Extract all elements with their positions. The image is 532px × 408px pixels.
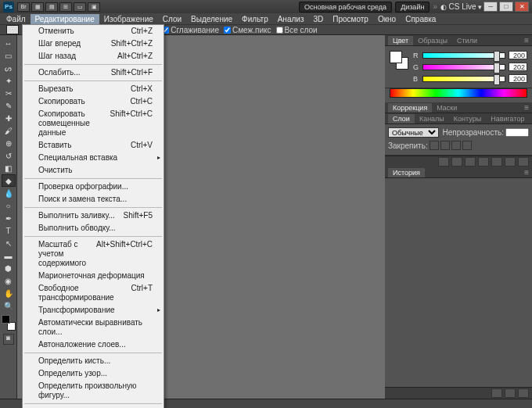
layer-opacity-input[interactable]	[505, 128, 529, 137]
cslive-label[interactable]: ◐ CS Live ▾	[440, 2, 482, 11]
path-tool[interactable]: ↖	[2, 237, 16, 249]
menu-item[interactable]: СкопироватьCtrl+C	[23, 95, 164, 108]
lasso-tool[interactable]: ᔕ	[2, 62, 16, 74]
antialias-check[interactable]: Сглаживание	[162, 26, 219, 34]
type-tool[interactable]: T	[2, 224, 16, 237]
menu-item[interactable]: Определить произвольную фигуру...	[23, 380, 164, 402]
shape-tool[interactable]: ▬	[2, 249, 16, 262]
pen-tool[interactable]: ✒	[2, 212, 16, 224]
menu-item[interactable]: Автоматически выравнивать слои...	[23, 317, 164, 338]
eyedropper-tool[interactable]: ✎	[2, 99, 16, 112]
menu-item[interactable]: ОтменитьCtrl+Z	[23, 25, 164, 38]
menu-filter[interactable]: Фильтр	[237, 14, 273, 24]
bridge-icon[interactable]: Br	[17, 2, 30, 12]
tab-swatches[interactable]: Образцы	[413, 36, 452, 45]
alllayers-check[interactable]: Все слои	[276, 26, 318, 34]
window-maximize[interactable]: □	[499, 2, 513, 12]
menu-help[interactable]: Справка	[401, 14, 440, 24]
r-slider[interactable]	[422, 52, 505, 59]
g-value[interactable]: 202	[509, 63, 527, 71]
menu-item[interactable]: Выполнить обводку...	[23, 222, 164, 234]
menu-item[interactable]: Специальная вставка	[23, 152, 164, 164]
panel-menu-icon[interactable]: ≡	[521, 36, 532, 45]
window-close[interactable]: ✕	[515, 2, 529, 12]
design-pill[interactable]: Дизайн	[395, 2, 430, 13]
menu-item[interactable]: ВставитьCtrl+V	[23, 139, 164, 152]
r-value[interactable]: 200	[509, 51, 527, 59]
quickmask-toggle[interactable]: ◙	[3, 334, 14, 345]
trash-icon[interactable]	[518, 157, 529, 166]
menu-item[interactable]: Определить кисть...	[23, 355, 164, 367]
tab-navigator[interactable]: Навигатор	[486, 114, 529, 123]
tab-masks[interactable]: Маски	[432, 103, 462, 113]
color-swatch[interactable]	[390, 51, 408, 70]
menu-item[interactable]: Ослабить...Shift+Ctrl+F	[23, 66, 164, 79]
tab-history[interactable]: История	[388, 168, 425, 177]
3dcam-tool[interactable]: ◉	[2, 274, 16, 287]
menu-item[interactable]: Выполнить заливку...Shift+F5	[23, 209, 164, 222]
dodge-tool[interactable]: ○	[2, 199, 16, 212]
arrange-icon[interactable]: ▭	[74, 2, 86, 12]
group-icon[interactable]	[491, 157, 502, 166]
menu-item[interactable]: Шаг назадAlt+Ctrl+Z	[23, 50, 164, 63]
menu-item[interactable]: Трансформирование	[23, 304, 164, 317]
tab-channels[interactable]: Каналы	[415, 114, 449, 123]
link-icon[interactable]	[438, 157, 449, 166]
menu-3d[interactable]: 3D	[308, 14, 328, 24]
menu-item[interactable]: Свободное трансформированиеCtrl+T	[23, 282, 164, 304]
tab-adjustments[interactable]: Коррекция	[388, 103, 432, 113]
menu-item[interactable]: Шаг впередShift+Ctrl+Z	[23, 38, 164, 50]
fx-icon[interactable]	[451, 157, 462, 166]
marquee-tool[interactable]: ▭	[2, 49, 16, 62]
minibridge-icon[interactable]: ▦	[31, 2, 44, 12]
fg-bg-colors[interactable]	[2, 315, 16, 331]
menu-item[interactable]: Очистить	[23, 164, 164, 177]
history-brush-tool[interactable]: ↺	[2, 149, 16, 162]
menu-item[interactable]: ВырезатьCtrl+X	[23, 83, 164, 95]
3d-tool[interactable]: ⬢	[2, 262, 16, 274]
menu-item[interactable]: Проверка орфографии...	[23, 181, 164, 193]
contiguous-check[interactable]: Смеж.пикс	[224, 26, 271, 34]
heal-tool[interactable]: ✚	[2, 112, 16, 124]
zoom-tool[interactable]: 🔍	[2, 299, 16, 312]
screenmode-icon[interactable]: ▣	[88, 2, 100, 12]
panel-menu-icon[interactable]: ≡	[521, 103, 532, 112]
adjust-icon[interactable]	[478, 157, 489, 166]
blur-tool[interactable]: 💧	[2, 187, 16, 199]
menu-file[interactable]: Файл	[2, 14, 31, 24]
trash-icon[interactable]	[518, 388, 529, 398]
newdoc-icon[interactable]	[491, 388, 502, 398]
new-layer-icon[interactable]	[505, 157, 516, 166]
menu-item[interactable]: Скопировать совмещенные данныеShift+Ctrl…	[23, 108, 164, 139]
tool-preset[interactable]	[6, 25, 19, 34]
menu-item[interactable]: Определить узор...	[23, 367, 164, 380]
crop-tool[interactable]: ✂	[2, 87, 16, 99]
stamp-tool[interactable]: ⊕	[2, 137, 16, 149]
menu-window[interactable]: Окно	[373, 14, 401, 24]
menu-item[interactable]: Поиск и замена текста...	[23, 193, 164, 206]
snapshot-icon[interactable]	[505, 388, 516, 398]
tab-layers[interactable]: Слои	[388, 114, 415, 123]
tab-histogram[interactable]: Гистограмма	[529, 114, 532, 123]
blend-mode-select[interactable]: Обычные	[388, 127, 439, 138]
menu-analysis[interactable]: Анализ	[273, 14, 309, 24]
lock-trans-icon[interactable]	[430, 141, 439, 150]
lock-pixels-icon[interactable]	[440, 141, 450, 150]
lock-pos-icon[interactable]	[451, 141, 461, 150]
spectrum-bar[interactable]	[390, 88, 527, 98]
move-tool[interactable]: ↔	[2, 37, 16, 49]
wand-tool[interactable]: ✦	[2, 74, 16, 87]
menu-layer[interactable]: Слои	[158, 14, 186, 24]
zoom-icon[interactable]: ⊞	[59, 2, 72, 12]
workspace-pill[interactable]: Основная рабочая среда	[299, 2, 392, 13]
menu-edit[interactable]: Редактирование	[31, 14, 99, 24]
mask-icon[interactable]	[465, 157, 476, 166]
b-value[interactable]: 200	[509, 74, 527, 83]
menu-item[interactable]: Марионеточная деформация	[23, 270, 164, 282]
menu-item[interactable]: Автоналожение слоев...	[23, 338, 164, 351]
b-slider[interactable]	[422, 76, 505, 82]
menu-view[interactable]: Просмотр	[328, 14, 373, 24]
brush-tool[interactable]: 🖌	[2, 124, 16, 137]
eraser-tool[interactable]: ◧	[2, 162, 16, 174]
bucket-tool[interactable]: ◆	[2, 174, 16, 187]
